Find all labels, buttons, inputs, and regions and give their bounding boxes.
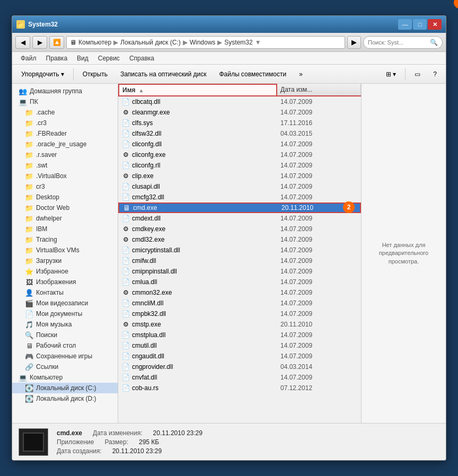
table-row[interactable]: ⚙cmdkey.exe 14.07.2009 <box>118 224 361 234</box>
status-row-3: Дата создания: 20.11.2010 23:29 <box>57 447 439 455</box>
sidebar-item-drive-d[interactable]: 💽 Локальный диск (D:) <box>12 393 118 404</box>
up-button[interactable]: 🔼 <box>49 36 64 49</box>
maximize-button[interactable]: □ <box>413 19 427 30</box>
menu-view[interactable]: Вид <box>73 54 93 63</box>
file-icon: 📄 <box>121 182 130 191</box>
table-row[interactable]: 📄cob-au.rs 07.12.2012 <box>118 383 361 393</box>
file-name: cmutil.dll <box>132 342 157 349</box>
menu-edit[interactable]: Правка <box>42 54 72 63</box>
help-button[interactable]: ? <box>427 67 443 82</box>
search-input[interactable] <box>368 39 428 46</box>
back-button[interactable]: ◀ <box>15 36 30 49</box>
table-row[interactable]: 📄cmlua.dll 14.07.2009 <box>118 277 361 287</box>
file-name: cmlua.dll <box>132 278 157 286</box>
address-path[interactable]: 🖥 Компьютер ▶ Локальный диск (C:) ▶ Wind… <box>66 36 345 49</box>
table-row[interactable]: ⚙cliconfg.exe 14.07.2009 <box>118 149 361 160</box>
status-modified-label: Дата изменения: <box>93 429 143 437</box>
home-group-icon: 👥 <box>19 87 27 95</box>
table-row[interactable]: ⚙cmstp.exe 20.11.2010 <box>118 319 361 330</box>
minimize-button[interactable]: — <box>398 19 412 30</box>
table-row[interactable]: 📄cliconfg.dll 14.07.2009 <box>118 139 361 149</box>
sidebar-item-home-group[interactable]: 👥 Домашняя группа <box>12 86 118 96</box>
sidebar-item-computer[interactable]: 💻 Компьютер <box>12 372 118 383</box>
sidebar-item-favorites[interactable]: ⭐ Избранное <box>12 266 118 277</box>
sidebar-item-dwhelper[interactable]: 📁 dwhelper <box>12 213 118 224</box>
sidebar-item-vbox-vms[interactable]: 📁 VirtualBox VMs <box>12 245 118 255</box>
file-icon: ⚙ <box>121 151 130 159</box>
sidebar-item-links[interactable]: 🔗 Ссылки <box>12 362 118 372</box>
sidebar-item-downloads[interactable]: 📁 Загрузки <box>12 255 118 266</box>
file-date: 14.07.2009 <box>277 352 361 360</box>
table-row[interactable]: ⚙clip.exe 14.07.2009 <box>118 171 361 181</box>
sidebar-item-fbreader[interactable]: 📁 .FBReader <box>12 128 118 139</box>
close-button[interactable]: ✕ <box>428 19 442 30</box>
main-content: 👥 Домашняя группа 💻 ПК 📁 .cache 📁 .cr3 📁… <box>12 84 446 423</box>
sidebar-item-rsaver[interactable]: 📁 .r.saver <box>12 149 118 160</box>
sidebar-item-virtualbox[interactable]: 📁 .VirtualBox <box>12 171 118 181</box>
sidebar-item-tracing[interactable]: 📁 Tracing <box>12 234 118 245</box>
organize-button[interactable]: Упорядочить ▾ <box>15 67 70 82</box>
table-row[interactable]: 📄cngprovider.dll 04.03.2014 <box>118 362 361 372</box>
col-header-name[interactable]: Имя ▲ 1 <box>118 84 277 95</box>
sidebar-item-searches[interactable]: 🔍 Поиски <box>12 330 118 340</box>
table-row[interactable]: 📄cmdext.dll 14.07.2009 <box>118 213 361 224</box>
sidebar-item-drive-c[interactable]: 💽 Локальный диск (C:) <box>12 383 118 393</box>
file-icon: 📄 <box>121 140 130 148</box>
table-row[interactable]: ⚙cmdl32.exe 14.07.2009 <box>118 234 361 245</box>
menu-help[interactable]: Справка <box>125 54 158 63</box>
sidebar-item-cache[interactable]: 📁 .cache <box>12 107 118 118</box>
table-row[interactable]: 📄cmutil.dll 14.07.2009 <box>118 340 361 351</box>
file-date: 14.07.2009 <box>277 299 361 307</box>
sidebar-item-swt[interactable]: 📁 .swt <box>12 160 118 171</box>
burn-button[interactable]: Записать на оптический диск <box>114 67 213 82</box>
sidebar-item-videos[interactable]: 🎬 Мои видеозаписи <box>12 298 118 308</box>
table-row[interactable]: 📄clbcatq.dll 14.07.2009 <box>118 96 361 107</box>
table-row[interactable]: 📄cmifw.dll 14.07.2009 <box>118 255 361 266</box>
table-row[interactable]: 📄cliconfg.rll 14.07.2009 <box>118 160 361 171</box>
table-row[interactable]: ⚙cmmon32.exe 14.07.2009 <box>118 287 361 298</box>
sidebar-item-rdeskop[interactable]: 🖥 Рабочий стол <box>12 340 118 351</box>
table-row[interactable]: 📄cmicryptinstall.dll 14.07.2009 <box>118 245 361 255</box>
table-row[interactable]: 📄cngaudit.dll 14.07.2009 <box>118 351 361 362</box>
preview-button[interactable]: ▭ <box>409 67 426 82</box>
compat-button[interactable]: Файлы совместимости <box>213 67 292 82</box>
table-row[interactable]: 📄cmncliM.dll 14.07.2009 <box>118 298 361 308</box>
sidebar-item-contacts[interactable]: 👤 Контакты <box>12 287 118 298</box>
table-row[interactable]: 📄clfsw32.dll 04.03.2015 <box>118 128 361 139</box>
go-button[interactable]: ▶ <box>347 36 361 49</box>
sidebar-item-documents[interactable]: 📄 Мои документы <box>12 308 118 319</box>
file-date: 14.07.2009 <box>277 257 361 265</box>
table-row[interactable]: 📄cmstplua.dll 14.07.2009 <box>118 330 361 340</box>
swt-folder-icon: 📁 <box>25 161 33 170</box>
sidebar-item-cr3[interactable]: 📁 .cr3 <box>12 118 118 128</box>
file-icon: 📄 <box>121 161 130 170</box>
table-row[interactable]: ⚙cleanmgr.exe 14.07.2009 <box>118 107 361 118</box>
table-row[interactable]: 📄clusapi.dll 14.07.2009 <box>118 181 361 192</box>
sidebar-item-cr3b[interactable]: 📁 cr3 <box>12 181 118 192</box>
table-row[interactable]: 📄clfs.sys 17.11.2016 <box>118 118 361 128</box>
sidebar-item-oracle[interactable]: 📁 .oracle_jre_usage <box>12 139 118 149</box>
sidebar-item-music[interactable]: 🎵 Моя музыка <box>12 319 118 330</box>
table-row-selected[interactable]: 🖥 cmd.exe 20.11.2010 2 <box>118 202 361 213</box>
sidebar-item-ibm[interactable]: 📁 IBM <box>12 224 118 234</box>
table-row[interactable]: 📄cmipnpinstall.dll 14.07.2009 <box>118 266 361 277</box>
oracle-folder-icon: 📁 <box>25 140 33 148</box>
menu-tools[interactable]: Сервис <box>94 54 124 63</box>
sidebar-item-images[interactable]: 🖼 Изображения <box>12 277 118 287</box>
more-button[interactable]: » <box>293 67 309 82</box>
table-row[interactable]: 📄cnvfat.dll 14.07.2009 <box>118 372 361 383</box>
sidebar-item-desktop[interactable]: 📁 Desktop <box>12 192 118 202</box>
sidebar-item-doctor-web[interactable]: 📁 Doctor Web <box>12 202 118 213</box>
sidebar-item-saved-games[interactable]: 🎮 Сохраненные игры <box>12 351 118 362</box>
file-name: cmicryptinstall.dll <box>132 246 180 254</box>
file-name: clfs.sys <box>132 119 153 127</box>
views-button[interactable]: ⊞ ▾ <box>380 67 402 82</box>
sidebar-item-pc[interactable]: 💻 ПК <box>12 96 118 107</box>
forward-button[interactable]: ▶ <box>32 36 47 49</box>
table-row[interactable]: 📄cmpbk32.dll 14.07.2009 <box>118 308 361 319</box>
col-header-date[interactable]: Дата изм... <box>277 84 361 95</box>
table-row[interactable]: 📄cmcfg32.dll 14.07.2009 <box>118 192 361 202</box>
open-button[interactable]: Открыть <box>77 67 113 82</box>
menu-file[interactable]: Файл <box>16 54 41 63</box>
file-list-body[interactable]: 📄clbcatq.dll 14.07.2009 ⚙cleanmgr.exe 14… <box>118 96 361 423</box>
